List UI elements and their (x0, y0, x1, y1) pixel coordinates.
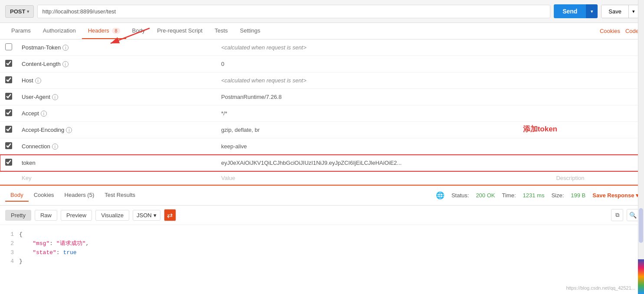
header-key: Connectioni (17, 138, 217, 155)
format-preview-button[interactable]: Preview (61, 210, 92, 221)
footer-value-cell: Value (217, 171, 552, 185)
table-row: Accepti*/* (0, 105, 644, 122)
tab-prerequest[interactable]: Pre-request Script (151, 23, 209, 39)
save-btn-group: Save ▾ (601, 5, 639, 18)
tabs-bar: Params Authorization Headers 8 Body Pre-… (0, 23, 644, 39)
code-link[interactable]: Code (625, 28, 639, 34)
color-strip (638, 259, 644, 271)
tab-settings[interactable]: Settings (234, 23, 266, 39)
tabs-right-links: Cookies Code (600, 28, 639, 34)
status-label: Status: (451, 192, 469, 199)
header-description (552, 122, 644, 138)
row-checkbox[interactable] (5, 126, 12, 133)
save-button[interactable]: Save (602, 5, 628, 18)
method-select[interactable]: POST ▾ (5, 5, 34, 18)
format-raw-button[interactable]: Raw (35, 210, 57, 221)
header-description (552, 155, 644, 171)
row-checkbox[interactable] (5, 76, 12, 83)
footer-key-cell: Key (17, 171, 217, 185)
time-label: Time: (502, 192, 516, 199)
token-annotation: 添加token (523, 124, 557, 134)
header-key: Content-Lengthi (17, 56, 217, 72)
json-label: JSON (137, 212, 152, 219)
row-checkbox[interactable] (5, 93, 12, 100)
response-bar: Body Cookies Headers (5) Test Results 🌐 … (0, 185, 644, 206)
tab-headers[interactable]: Headers 8 (82, 23, 126, 39)
table-row: Connectionikeep-alive (0, 138, 644, 155)
header-description (552, 105, 644, 122)
header-key: token (17, 155, 217, 171)
header-key: Postman-Tokeni (17, 39, 217, 56)
info-icon[interactable]: i (62, 45, 69, 51)
save-dropdown-button[interactable]: ▾ (628, 5, 638, 18)
info-icon[interactable]: i (62, 61, 69, 67)
header-key: Accepti (17, 105, 217, 122)
response-format-bar: Pretty Raw Preview Visualize JSON ▾ ⇄ ⧉ … (0, 206, 644, 225)
row-checkbox[interactable] (5, 60, 12, 67)
tab-body[interactable]: Body (126, 23, 151, 39)
footer-desc-cell: Description (552, 171, 644, 185)
header-key: Accept-Encodingi (17, 122, 217, 138)
url-input[interactable] (37, 5, 550, 18)
table-row: User-AgentiPostmanRuntime/7.26.8 (0, 89, 644, 105)
size-label: Size: (551, 192, 564, 199)
tab-authorization[interactable]: Authorization (37, 23, 82, 39)
copy-button[interactable]: ⧉ (611, 209, 623, 221)
tab-tests[interactable]: Tests (209, 23, 234, 39)
info-icon[interactable]: i (41, 111, 47, 117)
response-right-icons: ⧉ 🔍 (611, 209, 639, 221)
footer-check-cell (0, 171, 17, 185)
header-value: eyJ0eXAiOiJKV1QiLCJhbGciOiJIUzI1NiJ9.eyJ… (217, 155, 552, 171)
header-key: Hosti (17, 72, 217, 89)
method-dropdown-arrow: ▾ (27, 9, 29, 14)
response-tabs: Body Cookies Headers (5) Test Results (5, 189, 141, 202)
resp-tab-headers[interactable]: Headers (5) (59, 189, 100, 202)
code-area: 1 { 2 "msg": "请求成功", 3 "state": true 4 } (0, 225, 644, 271)
headers-badge: 8 (112, 28, 120, 34)
header-value: gzip, deflate, br (217, 122, 552, 138)
headers-section: Postman-Tokeni<calculated when request i… (0, 39, 644, 185)
size-value: 199 B (571, 192, 585, 199)
info-icon[interactable]: i (52, 94, 58, 100)
table-row: Content-Lengthi0 (0, 56, 644, 72)
resp-tab-body[interactable]: Body (5, 189, 29, 202)
info-icon[interactable]: i (66, 127, 72, 133)
header-description (552, 138, 644, 155)
header-value: keep-alive (217, 138, 552, 155)
info-icon[interactable]: i (52, 144, 58, 150)
status-value: 200 OK (476, 192, 495, 199)
json-format-select[interactable]: JSON ▾ (133, 210, 160, 221)
resp-tab-cookies[interactable]: Cookies (29, 189, 59, 202)
save-response-button[interactable]: Save Response ▾ (592, 192, 639, 199)
method-label: POST (10, 8, 25, 15)
header-value: */* (217, 105, 552, 122)
row-checkbox[interactable] (5, 109, 12, 116)
cookies-link[interactable]: Cookies (600, 28, 620, 34)
time-value: 1231 ms (523, 192, 545, 199)
code-line-3: 3 "state": true (3, 248, 641, 258)
tab-params[interactable]: Params (5, 23, 37, 39)
row-checkbox[interactable] (5, 43, 12, 50)
wrap-button[interactable]: ⇄ (164, 209, 176, 221)
format-pretty-button[interactable]: Pretty (5, 210, 31, 221)
header-value: <calculated when request is sent> (217, 39, 552, 56)
search-button[interactable]: 🔍 (627, 209, 639, 221)
format-visualize-button[interactable]: Visualize (95, 210, 129, 221)
code-line-4: 4 } (3, 257, 641, 266)
header-key: User-Agenti (17, 89, 217, 105)
scrollbar-track[interactable] (638, 0, 644, 271)
send-button[interactable]: Send (554, 4, 586, 18)
send-dropdown-button[interactable]: ▾ (586, 4, 598, 18)
header-value: PostmanRuntime/7.26.8 (217, 89, 552, 105)
code-line-2: 2 "msg": "请求成功", (3, 239, 641, 248)
table-footer-row: Key Value Description (0, 171, 644, 185)
resp-tab-test-results[interactable]: Test Results (99, 189, 141, 202)
scrollbar-thumb[interactable] (639, 208, 643, 243)
info-icon[interactable]: i (35, 78, 41, 84)
top-bar: POST ▾ Send ▾ Save ▾ (0, 0, 644, 23)
header-description (552, 89, 644, 105)
globe-icon: 🌐 (436, 191, 445, 199)
row-checkbox[interactable] (5, 159, 12, 166)
header-description (552, 56, 644, 72)
row-checkbox[interactable] (5, 142, 12, 149)
